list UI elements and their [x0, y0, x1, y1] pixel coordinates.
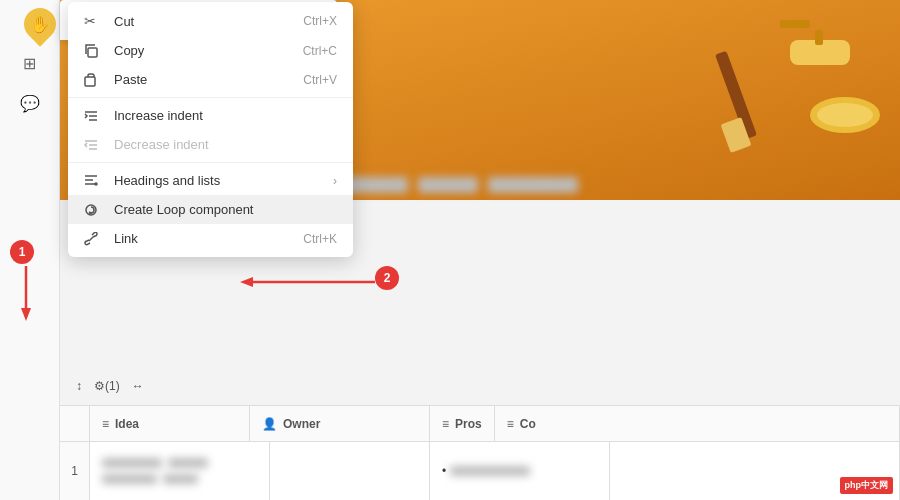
link-label: Link [114, 231, 303, 246]
col-header-owner: 👤 Owner [250, 406, 430, 441]
link-icon [84, 232, 104, 246]
filter-icon: ⚙(1) [94, 379, 120, 393]
cut-label: Cut [114, 14, 303, 29]
svg-marker-21 [21, 308, 31, 321]
svg-rect-8 [85, 77, 95, 86]
svg-point-18 [95, 183, 97, 185]
idea-col-icon: ≡ [102, 417, 109, 431]
link-shortcut: Ctrl+K [303, 232, 337, 246]
tools-row: ↕ ⚙(1) ↔ [68, 374, 152, 398]
filter-tool[interactable]: ⚙(1) [94, 379, 120, 393]
idea-col-label: Idea [115, 417, 139, 431]
menu-item-cut[interactable]: ✂ Cut Ctrl+X [68, 6, 353, 36]
col-header-pros: ≡ Pros [430, 406, 495, 441]
annotation-2-arrow [235, 272, 380, 292]
menu-item-copy[interactable]: Copy Ctrl+C [68, 36, 353, 65]
resize-icon: ↔ [132, 379, 144, 393]
svg-rect-7 [88, 48, 97, 57]
cell-co[interactable]: php中文网 [610, 442, 900, 500]
menu-divider-2 [68, 162, 353, 163]
owner-col-label: Owner [283, 417, 320, 431]
col-header-co: ≡ Co [495, 406, 900, 441]
pros-content: • [442, 464, 530, 478]
svg-rect-1 [815, 30, 823, 45]
cut-shortcut: Ctrl+X [303, 14, 337, 28]
copy-icon [84, 44, 104, 58]
copy-label: Copy [114, 43, 303, 58]
menu-item-decrease-indent[interactable]: Decrease indent [68, 130, 353, 159]
sort-icon: ↕ [76, 379, 82, 393]
paste-shortcut: Ctrl+V [303, 73, 337, 87]
increase-indent-icon [84, 109, 104, 123]
copy-shortcut: Ctrl+C [303, 44, 337, 58]
annotation-1-arrow [16, 266, 36, 326]
resize-tool[interactable]: ↔ [132, 379, 144, 393]
paste-label: Paste [114, 72, 303, 87]
col-header-idea: ≡ Idea [90, 406, 250, 441]
cell-idea[interactable] [90, 442, 270, 500]
table-row: 1 • php中文网 [60, 442, 900, 500]
create-loop-label: Create Loop component [114, 202, 337, 217]
cut-icon: ✂ [84, 13, 104, 29]
menu-item-create-loop[interactable]: Create Loop component [68, 195, 353, 224]
increase-indent-label: Increase indent [114, 108, 337, 123]
cell-owner[interactable] [270, 442, 430, 500]
menu-item-paste[interactable]: Paste Ctrl+V [68, 65, 353, 94]
blurred-word-4 [418, 177, 478, 193]
headings-icon [84, 174, 104, 188]
loop-icon [84, 203, 104, 217]
context-menu: ✂ Cut Ctrl+X Copy Ctrl+C Paste Ctrl+V [68, 2, 353, 257]
annotation-1: 1 [10, 240, 34, 264]
menu-item-increase-indent[interactable]: Increase indent [68, 101, 353, 130]
menu-divider-1 [68, 97, 353, 98]
cell-pros[interactable]: • [430, 442, 610, 500]
idea-blurred-content [102, 458, 257, 484]
blurred-word-5 [488, 177, 578, 193]
menu-item-link[interactable]: Link Ctrl+K [68, 224, 353, 253]
decrease-indent-icon [84, 138, 104, 152]
pros-blur [450, 466, 530, 476]
pros-col-icon: ≡ [442, 417, 449, 431]
table-area: ≡ Idea 👤 Owner ≡ Pros ≡ Co 1 [60, 405, 900, 500]
decrease-indent-label: Decrease indent [114, 137, 337, 152]
sidebar-chat-icon[interactable]: 💬 [12, 85, 48, 121]
idea-blur-4 [163, 474, 198, 484]
row-number-header [60, 406, 90, 441]
row-number-1: 1 [60, 442, 90, 500]
paste-icon [84, 73, 104, 87]
headings-arrow: › [333, 174, 337, 188]
sort-tool[interactable]: ↕ [76, 379, 82, 393]
php-logo: php中文网 [840, 477, 894, 494]
idea-blur-1 [102, 458, 162, 468]
svg-rect-2 [780, 20, 810, 28]
idea-blur-3 [102, 474, 157, 484]
bullet-icon: • [442, 464, 446, 478]
hand-cursor-icon: ✋ [30, 15, 50, 34]
sidebar-grid-icon[interactable]: ⊞ [12, 45, 48, 81]
headings-label: Headings and lists [114, 173, 333, 188]
co-col-label: Co [520, 417, 536, 431]
pros-col-label: Pros [455, 417, 482, 431]
co-col-icon: ≡ [507, 417, 514, 431]
table-header: ≡ Idea 👤 Owner ≡ Pros ≡ Co [60, 406, 900, 442]
menu-item-headings-lists[interactable]: Headings and lists › [68, 166, 353, 195]
idea-blur-2 [168, 458, 208, 468]
owner-col-icon: 👤 [262, 417, 277, 431]
svg-marker-23 [240, 277, 253, 287]
